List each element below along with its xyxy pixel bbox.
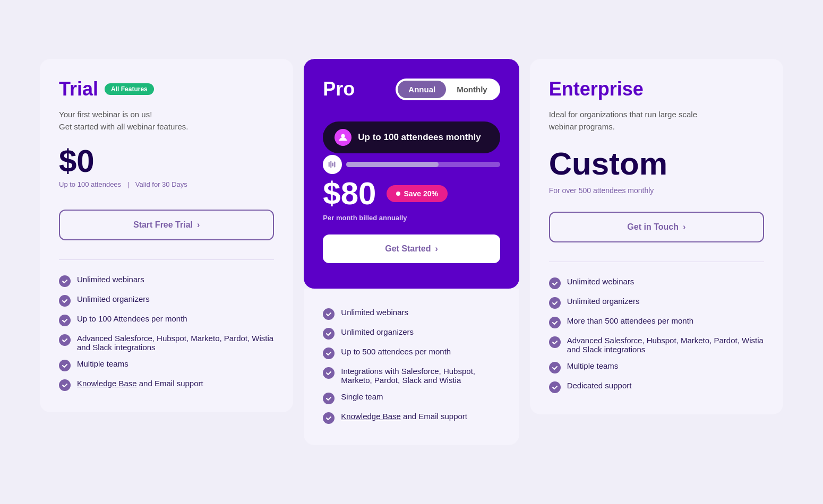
slider-track bbox=[346, 162, 500, 167]
check-icon bbox=[549, 317, 561, 328]
check-icon bbox=[549, 277, 561, 289]
trial-description: Your first webinar is on us! Get started… bbox=[59, 109, 274, 133]
knowledge-base-link[interactable]: Knowledge Base bbox=[77, 379, 137, 388]
list-item: Advanced Salesforce, Hubspot, Marketo, P… bbox=[59, 334, 274, 352]
pro-price-row: $80 Save 20% bbox=[323, 178, 500, 210]
trial-features-list: Unlimited webinars Unlimited organizers … bbox=[59, 275, 274, 391]
enterprise-features-list: Unlimited webinars Unlimited organizers … bbox=[549, 277, 764, 393]
list-item: Single team bbox=[323, 392, 500, 404]
pro-card: Pro Annual Monthly Up to 100 attendees m… bbox=[304, 59, 519, 445]
get-started-button[interactable]: Get Started › bbox=[323, 234, 500, 263]
annual-toggle-button[interactable]: Annual bbox=[398, 81, 446, 98]
check-icon bbox=[323, 328, 335, 340]
pro-price-note: Per month billed annually bbox=[323, 214, 500, 222]
enterprise-header: Enterprise bbox=[549, 78, 764, 100]
svg-point-0 bbox=[341, 134, 345, 138]
pricing-container: Trial All Features Your first webinar is… bbox=[40, 59, 783, 445]
pro-card-top: Pro Annual Monthly Up to 100 attendees m… bbox=[304, 59, 519, 289]
trial-card: Trial All Features Your first webinar is… bbox=[40, 59, 293, 412]
attendees-pill: Up to 100 attendees monthly bbox=[323, 121, 500, 153]
check-icon bbox=[59, 334, 71, 346]
get-in-touch-button[interactable]: Get in Touch › bbox=[549, 212, 764, 242]
features-divider bbox=[59, 259, 274, 260]
pro-title: Pro bbox=[323, 78, 355, 100]
pro-features-list: Unlimited webinars Unlimited organizers … bbox=[323, 308, 500, 424]
svg-rect-4 bbox=[335, 162, 336, 168]
attendees-slider[interactable] bbox=[323, 162, 500, 167]
list-item: Knowledge Base and Email support bbox=[323, 412, 500, 424]
pro-price: $80 bbox=[323, 178, 376, 210]
check-icon bbox=[59, 275, 71, 287]
trial-price: $0 bbox=[59, 145, 274, 177]
check-icon bbox=[59, 295, 71, 307]
check-icon bbox=[323, 347, 335, 359]
check-icon bbox=[549, 381, 561, 393]
check-icon bbox=[323, 393, 335, 404]
attendees-icon bbox=[335, 129, 352, 146]
list-item: Unlimited webinars bbox=[549, 277, 764, 289]
list-item: Unlimited webinars bbox=[59, 275, 274, 287]
list-item: Up to 500 attendees per month bbox=[323, 347, 500, 359]
check-icon bbox=[549, 336, 561, 348]
enterprise-price-sub: For over 500 attendees monthly bbox=[549, 186, 764, 195]
list-item: Multiple teams bbox=[59, 359, 274, 371]
features-divider bbox=[549, 262, 764, 262]
enterprise-price-section: Custom For over 500 attendees monthly bbox=[549, 145, 764, 195]
check-icon bbox=[59, 315, 71, 326]
list-item: Unlimited organizers bbox=[59, 294, 274, 307]
list-item: Up to 100 Attendees per month bbox=[59, 314, 274, 326]
billing-toggle[interactable]: Annual Monthly bbox=[396, 79, 500, 100]
svg-rect-3 bbox=[332, 162, 333, 166]
start-free-trial-button[interactable]: Start Free Trial › bbox=[59, 210, 274, 240]
trial-header: Trial All Features bbox=[59, 78, 274, 100]
enterprise-card: Enterprise Ideal for organizations that … bbox=[530, 59, 783, 414]
slider-fill bbox=[346, 162, 439, 167]
trial-price-meta: Up to 100 attendees | Valid for 30 Days bbox=[59, 180, 274, 188]
svg-rect-2 bbox=[331, 161, 332, 168]
list-item: Unlimited webinars bbox=[323, 308, 500, 320]
list-item: More than 500 attendees per month bbox=[549, 316, 764, 328]
enterprise-title: Enterprise bbox=[549, 78, 644, 100]
save-dot bbox=[396, 192, 400, 196]
list-item: Integrations with Salesforce, Hubspot, M… bbox=[323, 367, 500, 385]
svg-rect-1 bbox=[329, 162, 330, 167]
check-icon bbox=[549, 297, 561, 309]
attendees-text: Up to 100 attendees monthly bbox=[358, 132, 481, 143]
pro-features-section: Unlimited webinars Unlimited organizers … bbox=[304, 289, 519, 445]
check-icon bbox=[549, 362, 561, 373]
save-badge: Save 20% bbox=[387, 185, 448, 202]
slider-icon bbox=[323, 155, 342, 174]
list-item: Advanced Salesforce, Hubspot, Marketo, P… bbox=[549, 336, 764, 354]
enterprise-description: Ideal for organizations that run large s… bbox=[549, 109, 764, 133]
list-item: Unlimited organizers bbox=[549, 297, 764, 309]
pro-knowledge-base-link[interactable]: Knowledge Base bbox=[341, 412, 401, 421]
trial-price-section: $0 Up to 100 attendees | Valid for 30 Da… bbox=[59, 145, 274, 193]
check-icon bbox=[59, 379, 71, 391]
check-icon bbox=[59, 360, 71, 371]
list-item: Multiple teams bbox=[549, 361, 764, 373]
list-item: Unlimited organizers bbox=[323, 327, 500, 340]
check-icon bbox=[323, 367, 335, 379]
monthly-toggle-button[interactable]: Monthly bbox=[446, 81, 498, 98]
check-icon bbox=[323, 412, 335, 424]
all-features-badge: All Features bbox=[105, 83, 154, 95]
enterprise-price: Custom bbox=[549, 145, 764, 182]
check-icon bbox=[323, 308, 335, 320]
list-item: Dedicated support bbox=[549, 381, 764, 393]
trial-title: Trial bbox=[59, 78, 98, 100]
list-item: Knowledge Base and Email support bbox=[59, 379, 274, 391]
